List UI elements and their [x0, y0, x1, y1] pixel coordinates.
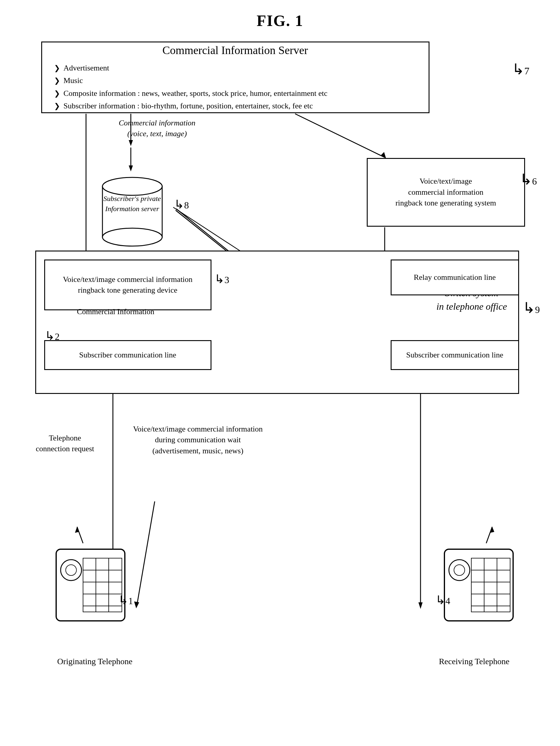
svg-line-8 — [176, 209, 235, 257]
commercial-info-mid-label: Commercial Information — [77, 307, 155, 316]
label-8: ↳8 — [174, 200, 189, 211]
label-4: ↳4 — [436, 596, 450, 606]
originating-tel-text: Originating Telephone — [57, 657, 133, 666]
sub-comm-right-text: Subscriber communication line — [406, 350, 503, 361]
server-item-4-text: Subscriber information : bio-rhythm, for… — [64, 101, 313, 111]
server-item-2: ❯ Music — [54, 75, 83, 86]
svg-line-2 — [295, 114, 385, 157]
bullet-arrow-4: ❯ — [54, 101, 60, 111]
tel-request-text: Telephoneconnection request — [36, 434, 94, 453]
svg-marker-24 — [134, 601, 139, 608]
server-item-2-text: Music — [64, 75, 83, 86]
bullet-arrow-2: ❯ — [54, 76, 60, 86]
ringback-system-box: Voice/text/imagecommercial informationri… — [367, 158, 525, 227]
diagram: Commercial Information Server ❯ Advertis… — [26, 41, 534, 698]
bullet-arrow-1: ❯ — [54, 63, 60, 74]
receiving-tel-text: Receiving Telephone — [439, 657, 509, 666]
server-title: Commercial Information Server — [54, 42, 417, 58]
label-6: ↳6 — [520, 176, 537, 187]
sub-comm-left-text: Subscriber communication line — [79, 350, 176, 361]
label-3: ↳3 — [215, 275, 229, 286]
svg-line-23 — [137, 501, 155, 606]
relay-comm-text: Relay communication line — [414, 272, 496, 283]
cylinder-container: Subscriber's privateInformation server — [92, 170, 173, 248]
originating-tel-label: Originating Telephone — [50, 657, 140, 666]
ringback-system-text: Voice/text/imagecommercial informationri… — [395, 176, 496, 208]
server-item-3-text: Composite information : news, weather, s… — [64, 88, 328, 99]
label-9: ↳9 — [523, 304, 540, 315]
originating-phone-area — [50, 525, 131, 630]
sub-comm-left-box: Subscriber communication line — [44, 340, 212, 370]
antenna-left — [50, 525, 131, 546]
server-item-3: ❯ Composite information : news, weather,… — [54, 88, 328, 99]
subscriber-private-text: Subscriber's privateInformation server — [103, 195, 161, 212]
receiving-tel-label: Receiving Telephone — [429, 657, 519, 666]
svg-rect-34 — [56, 549, 125, 621]
svg-rect-46 — [444, 549, 513, 621]
ringback-device-text: Voice/text/image commercial informationr… — [63, 274, 192, 296]
svg-line-44 — [486, 527, 492, 543]
comm-info-text: Commercial information(voice, text, imag… — [119, 119, 196, 138]
svg-point-31 — [103, 228, 162, 246]
comm-info-label: Commercial information(voice, text, imag… — [119, 118, 196, 140]
label-1: ↳1 — [118, 596, 133, 606]
server-box: Commercial Information Server ❯ Advertis… — [41, 41, 429, 113]
commercial-info-mid-text: Commercial Information — [77, 307, 155, 316]
server-item-1-text: Advertisement — [64, 63, 109, 74]
voice-during-label: Voice/text/image commercial informationd… — [119, 424, 277, 456]
tel-request-label: Telephoneconnection request — [32, 433, 98, 455]
svg-marker-26 — [418, 602, 423, 609]
page: FIG. 1 — [0, 0, 560, 746]
receiving-phone-area — [439, 525, 519, 630]
server-item-4: ❯ Subscriber information : bio-rhythm, f… — [54, 101, 313, 111]
ringback-device-box: Voice/text/image commercial informationr… — [44, 260, 212, 310]
bullet-arrow-3: ❯ — [54, 89, 60, 99]
server-item-1: ❯ Advertisement — [54, 63, 109, 74]
phone-left-svg — [53, 546, 128, 624]
label-2: ↳2 — [45, 331, 60, 342]
svg-marker-1 — [129, 140, 133, 146]
antenna-right — [439, 525, 519, 546]
label-7: ↳7 — [512, 65, 530, 77]
sub-comm-right-box: Subscriber communication line — [391, 340, 519, 370]
svg-point-30 — [103, 177, 162, 195]
voice-during-text: Voice/text/image commercial informationd… — [133, 425, 262, 455]
figure-title: FIG. 1 — [18, 12, 542, 30]
relay-comm-box: Relay communication line — [391, 260, 519, 295]
phone-right-svg — [442, 546, 516, 624]
cylinder-label: Subscriber's privateInformation server — [92, 194, 173, 214]
